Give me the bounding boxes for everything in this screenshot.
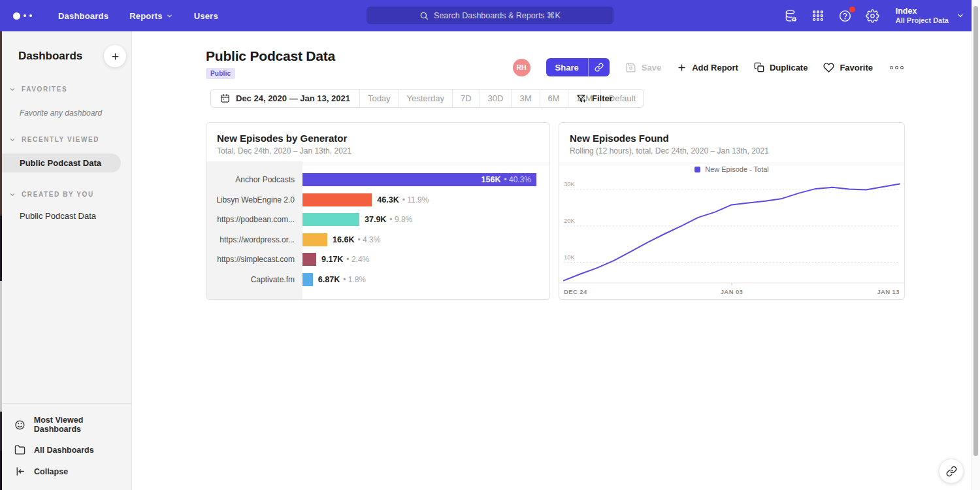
screen-edge-artifact <box>0 412 2 451</box>
most-viewed-dashboards-button[interactable]: Most Viewed Dashboards <box>0 410 131 439</box>
bar-category-label: Anchor Podcasts <box>206 175 302 184</box>
search-placeholder: Search Dashboards & Reports ⌘K <box>434 10 561 20</box>
bar[interactable] <box>302 253 316 266</box>
sidebar-item-public-podcast-data[interactable]: Public Podcast Data <box>0 211 131 221</box>
scrollbar-thumb[interactable] <box>973 6 978 456</box>
nav-reports[interactable]: Reports <box>129 11 173 21</box>
bar[interactable] <box>302 193 372 206</box>
legend-label: New Episode - Total <box>705 165 769 173</box>
apps-grid-icon[interactable] <box>811 9 825 22</box>
preset-30d[interactable]: 30D <box>480 90 512 107</box>
chevron-down-icon <box>166 12 173 20</box>
section-favorites[interactable]: FAVORITES <box>0 86 131 93</box>
bar-row[interactable]: https://simplecast.com9.17K• 2.4% <box>206 250 549 270</box>
line-chart-area: New Episode - Total 10K20K30KDEC 24JAN 0… <box>559 161 904 299</box>
add-dashboard-button[interactable] <box>104 45 126 67</box>
settings-gear-icon[interactable] <box>866 9 879 23</box>
bar-value: 37.9K <box>365 215 386 224</box>
avatar[interactable]: RH <box>513 59 531 76</box>
section-created-by-you-label: CREATED BY YOU <box>22 191 94 198</box>
screen-edge-artifact <box>0 451 2 490</box>
preset-7d[interactable]: 7D <box>452 90 480 107</box>
filter-funnel-icon <box>576 93 587 104</box>
card-subtitle: Total, Dec 24th, 2020 – Jan 13th, 2021 <box>217 146 539 155</box>
card-title: New Episodes by Generator <box>217 133 539 144</box>
bar-percent: • 40.3% <box>504 175 531 184</box>
nav-users[interactable]: Users <box>194 11 218 21</box>
workspace-switcher[interactable]: Index All Project Data <box>896 7 964 25</box>
chart-legend[interactable]: New Episode - Total <box>559 161 904 177</box>
section-created-by-you[interactable]: CREATED BY YOU <box>0 191 131 198</box>
calendar-icon <box>220 93 230 103</box>
all-dashboards-button[interactable]: All Dashboards <box>0 439 131 461</box>
bar-value: 156K <box>482 175 501 184</box>
more-options-button[interactable] <box>889 63 905 72</box>
date-range-button[interactable]: Dec 24, 2020 — Jan 13, 2021 <box>211 90 359 107</box>
bar[interactable] <box>302 233 327 246</box>
bar-row[interactable]: Libsyn WebEngine 2.046.3K• 11.9% <box>206 190 549 210</box>
sidebar-title: Dashboards <box>18 50 82 63</box>
bar-chart-rows: Anchor Podcasts156K• 40.3%Libsyn WebEngi… <box>206 161 549 299</box>
primary-nav: Dashboards Reports Users <box>58 11 218 21</box>
bar-track: 37.9K• 9.8% <box>302 213 549 226</box>
help-icon[interactable] <box>838 9 852 23</box>
nav-users-label: Users <box>194 11 218 21</box>
bar[interactable] <box>302 273 313 286</box>
section-recently-viewed-label: RECENTLY VIEWED <box>22 136 99 143</box>
bar[interactable]: 156K• 40.3% <box>302 173 536 186</box>
share-button[interactable]: Share <box>546 58 588 76</box>
bar-value: 9.17K <box>321 255 343 264</box>
smiley-icon <box>14 419 25 431</box>
data-source-icon[interactable] <box>784 9 798 23</box>
card-title: New Episodes Found <box>570 133 894 144</box>
search-icon <box>419 11 429 20</box>
favorite-label: Favorite <box>840 63 873 73</box>
preset-yesterday[interactable]: Yesterday <box>399 90 452 107</box>
collapse-icon <box>14 466 25 477</box>
favorites-empty-text: Favorite any dashboard <box>20 108 131 118</box>
sidebar-item-public-podcast-data[interactable]: Public Podcast Data <box>0 154 121 172</box>
card-header: New Episodes by Generator Total, Dec 24t… <box>206 123 549 163</box>
save-label: Save <box>642 63 661 73</box>
folder-icon <box>14 444 25 455</box>
collapse-sidebar-button[interactable]: Collapse <box>0 461 131 482</box>
bar-percent: • 9.8% <box>389 215 412 224</box>
bar-row[interactable]: Anchor Podcasts156K• 40.3% <box>206 170 549 190</box>
favorite-button[interactable]: Favorite <box>823 62 873 73</box>
preset-3m[interactable]: 3M <box>511 90 539 107</box>
bar-track: 156K• 40.3% <box>302 173 549 186</box>
logo-dot-small <box>24 14 26 17</box>
logo-dot-small <box>29 14 32 17</box>
preset-today[interactable]: Today <box>359 90 399 107</box>
nav-reports-label: Reports <box>129 11 163 21</box>
dashboard-actions: RH Share Save Add Report Duplicate Favor… <box>513 58 905 76</box>
chevron-down-icon <box>956 12 964 20</box>
duplicate-button[interactable]: Duplicate <box>754 62 808 73</box>
add-report-button[interactable]: Add Report <box>677 63 738 73</box>
svg-text:10K: 10K <box>564 253 576 261</box>
app-logo[interactable] <box>13 12 32 20</box>
sidebar-footer: Most Viewed Dashboards All Dashboards Co… <box>0 403 131 490</box>
bar-row[interactable]: Captivate.fm6.87K• 1.8% <box>206 270 549 290</box>
bar-value: 6.87K <box>318 275 340 284</box>
bar-category-label: https://wordpress.or... <box>206 235 302 244</box>
bar-row[interactable]: https://wordpress.or...16.6K• 4.3% <box>206 230 549 250</box>
line-chart-svg[interactable]: 10K20K30KDEC 24JAN 03JAN 13 <box>559 177 904 301</box>
preset-6m[interactable]: 6M <box>540 90 568 107</box>
search-input[interactable]: Search Dashboards & Reports ⌘K <box>367 7 613 24</box>
share-link-button[interactable] <box>588 58 610 76</box>
bar-value: 46.3K <box>377 195 399 204</box>
filter-button[interactable]: Filter <box>576 89 613 108</box>
all-dashboards-label: All Dashboards <box>34 446 94 455</box>
svg-text:20K: 20K <box>564 217 576 224</box>
copy-link-floating-button[interactable] <box>939 459 964 483</box>
bar-row[interactable]: https://podbean.com...37.9K• 9.8% <box>206 210 549 230</box>
section-recently-viewed[interactable]: RECENTLY VIEWED <box>0 136 131 143</box>
window-scrollbar[interactable] <box>972 0 980 490</box>
nav-dashboards[interactable]: Dashboards <box>58 11 108 21</box>
chevron-down-icon <box>9 86 16 93</box>
card-subtitle: Rolling (12 hours), total, Dec 24th, 202… <box>570 146 894 155</box>
bar[interactable] <box>302 213 359 226</box>
save-button[interactable]: Save <box>625 62 661 73</box>
link-icon <box>946 466 957 477</box>
